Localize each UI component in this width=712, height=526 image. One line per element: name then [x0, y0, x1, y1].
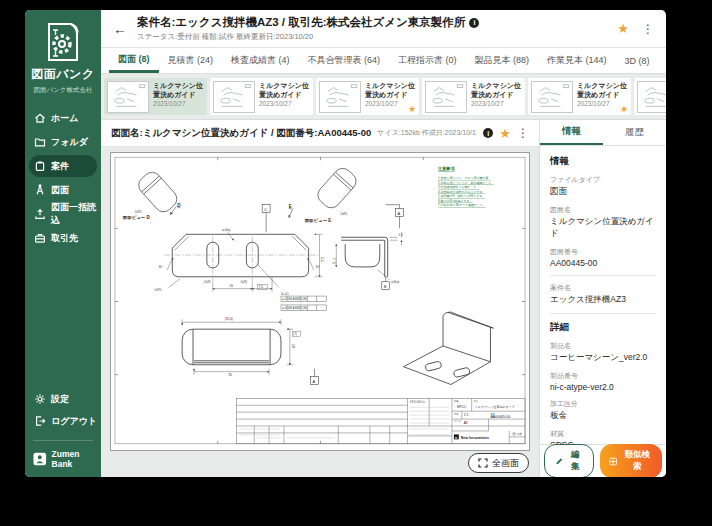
- edit-label: 編集: [567, 449, 583, 473]
- thumbnail-card[interactable]: ミルクマシン位置決めガイド 2023/10/27: [634, 78, 666, 115]
- sidebar-item-drawings[interactable]: 図面: [25, 179, 101, 201]
- drawing-notes: 注意事項 1.全図に渡りバリ、カエリ等の無き事。 2.不明な点については、製作確…: [437, 166, 494, 207]
- tab-3d[interactable]: 3D (8): [616, 48, 659, 73]
- field-label: 図面番号: [550, 247, 656, 257]
- thumbnail-date: 2023/10/27: [153, 100, 204, 107]
- surface-label: 表裏面: [221, 228, 231, 232]
- sidebar-item-projects[interactable]: 案件: [29, 155, 97, 177]
- thumbnail-card[interactable]: ミルクマシン位置決めガイド 2023/10/27: [210, 78, 313, 115]
- drawing-number-value: AA00445-00: [490, 415, 510, 419]
- tab-inspection-reports[interactable]: 検査成績書 (4): [222, 48, 299, 73]
- thumbnail-name: ミルクマシン位置決めガイド: [259, 81, 310, 99]
- info-panel-tabs: 情報 履歴: [540, 120, 666, 146]
- edit-button[interactable]: 編集: [544, 444, 594, 477]
- sidebar-item-home[interactable]: ホーム: [25, 107, 101, 129]
- tab-drawings[interactable]: 図面 (8): [109, 48, 159, 73]
- divider: [550, 275, 656, 276]
- sidebar-bottom: 設定 ログアウト Zumen Bank: [25, 388, 101, 477]
- view-e-object: [314, 165, 359, 212]
- field-value: AA00445-00: [550, 258, 656, 268]
- field-label: 案件名: [550, 283, 656, 293]
- favorite-star-icon[interactable]: ★: [408, 104, 416, 114]
- fullscreen-button[interactable]: 全画面: [468, 453, 529, 473]
- info-field: 図面名 ミルクマシン位置決めガイド: [550, 205, 656, 240]
- field-label: 製品番号: [550, 371, 656, 381]
- tab-history[interactable]: 履歴: [603, 120, 666, 145]
- account-row[interactable]: Zumen Bank: [25, 449, 101, 469]
- scale-label: 尺度: [454, 413, 459, 416]
- info-icon[interactable]: i: [469, 18, 479, 28]
- dim-label: 30°: [316, 265, 320, 269]
- thumbnail-strip: ミルクマシン位置決めガイド 2023/10/27 ミルクマシン位置決めガイド 2…: [101, 74, 666, 120]
- sidebar-item-bulk-import[interactable]: 図面一括読込: [25, 203, 101, 225]
- dim-label: 35: [229, 373, 233, 377]
- drawing-thumbnail: [107, 81, 149, 113]
- drawing-canvas[interactable]: 注意事項 1.全図に渡りバリ、カエリ等の無き事。 2.不明な点については、製作確…: [110, 152, 530, 451]
- favorite-star-icon[interactable]: ★: [617, 22, 629, 35]
- note-line: 2.不明な点については、製作確認のこと。: [438, 181, 494, 185]
- brand-block: 図面バンク 図面バンク株式会社: [25, 10, 101, 95]
- drawing-thumbnail: [213, 81, 255, 113]
- brand-name: 図面バンク: [25, 66, 101, 83]
- info-field: 加工区分 板金: [550, 399, 656, 422]
- isometric-view: [404, 312, 494, 384]
- field-label: 図面名: [550, 205, 656, 215]
- thumbnail-date: 2023/10/27: [259, 100, 310, 107]
- field-value: 図面: [550, 186, 656, 198]
- pencil-icon: [555, 457, 563, 466]
- dim-label: 20: [230, 284, 234, 288]
- back-button[interactable]: ←: [113, 22, 127, 36]
- home-icon: [34, 112, 46, 124]
- thumbnail-card[interactable]: ミルクマシン位置決めガイド 2023/10/27: [422, 78, 525, 115]
- dim-label: 30°: [158, 265, 162, 269]
- field-label: 材質: [550, 429, 656, 439]
- kebab-menu-icon[interactable]: ⋮: [642, 23, 654, 35]
- logout-icon: [34, 415, 46, 427]
- tab-defect-list[interactable]: 不具合管理表 (64): [299, 48, 390, 73]
- sidebar-item-logout[interactable]: ログアウト: [25, 410, 101, 432]
- size-label: サイズ: [454, 419, 462, 423]
- info-field: 案件名 エックス撹拌機AZ3: [550, 283, 656, 306]
- case-status-line: ステータス:受付前 種類:試作 最終更新日:2023/10/20: [137, 32, 607, 42]
- info-icon[interactable]: i: [483, 128, 493, 138]
- tab-process-instructions[interactable]: 工程指示書 (0): [389, 48, 466, 73]
- sidebar-item-partners[interactable]: 取引先: [25, 227, 101, 249]
- fullscreen-icon: [478, 458, 488, 468]
- case-header: ← 案件名:エックス撹拌機AZ3 / 取引先:株式会社ズメン東京製作所 i ステ…: [101, 10, 666, 48]
- field-label: ファイルタイプ: [550, 175, 656, 185]
- clipboard-icon: [34, 160, 46, 172]
- sidebar-divider: [33, 440, 93, 441]
- view-e-label: 図面ビュー E: [305, 218, 332, 223]
- tab-work-samples[interactable]: 作業見本 (144): [538, 48, 616, 73]
- screenshot-stage: 図面バンク 図面バンク株式会社 ホーム フォルダ 案件 図面: [0, 0, 712, 526]
- company-name: New Innovations: [461, 436, 489, 440]
- tab-info[interactable]: 情報: [540, 120, 603, 145]
- upload-icon: [34, 208, 46, 220]
- thumbnail-card[interactable]: ミルクマシン位置決めガイド 2023/10/27 ★: [528, 78, 631, 115]
- dim-label: 7.5: [259, 285, 264, 289]
- sidebar-item-settings[interactable]: 設定: [25, 388, 101, 410]
- thumbnail-card[interactable]: ミルクマシン位置決めガイド 2023/10/27: [104, 78, 207, 115]
- dim-label: 2xR5: [340, 212, 347, 216]
- section-letter: E: [289, 204, 292, 209]
- account-name: Zumen Bank: [52, 449, 101, 469]
- kebab-menu-icon[interactable]: ⋮: [517, 127, 529, 139]
- favorite-star-icon[interactable]: ★: [499, 127, 511, 140]
- dim-label: 2x(R): [204, 280, 211, 284]
- viewer-header: 図面名:ミルクマシン位置決めガイド / 図面番号:AA00445-00 サイズ:…: [101, 120, 539, 147]
- sidebar-item-label: 図面: [51, 184, 69, 197]
- sidebar-item-label: 案件: [51, 160, 69, 173]
- case-header-actions: ★ ⋮: [617, 22, 654, 35]
- tab-product-samples[interactable]: 製品見本 (88): [466, 48, 539, 73]
- thumbnail-card[interactable]: ミルクマシン位置決めガイド 2023/10/27 ★: [316, 78, 419, 115]
- datum-letter: A: [313, 379, 316, 384]
- favorite-star-icon[interactable]: ★: [620, 104, 628, 114]
- tab-cam[interactable]: CAM (16): [659, 48, 666, 73]
- folder-icon: [34, 136, 46, 148]
- note-line: 5.指定無きR・面取りはR3とする。: [438, 194, 485, 198]
- similar-search-button[interactable]: 類似検索: [600, 444, 662, 477]
- drawing-thumbnail: [319, 81, 361, 113]
- tab-quotes[interactable]: 見積書 (24): [159, 48, 223, 73]
- size-value: A3: [464, 421, 468, 425]
- sidebar-item-folder[interactable]: フォルダ: [25, 131, 101, 153]
